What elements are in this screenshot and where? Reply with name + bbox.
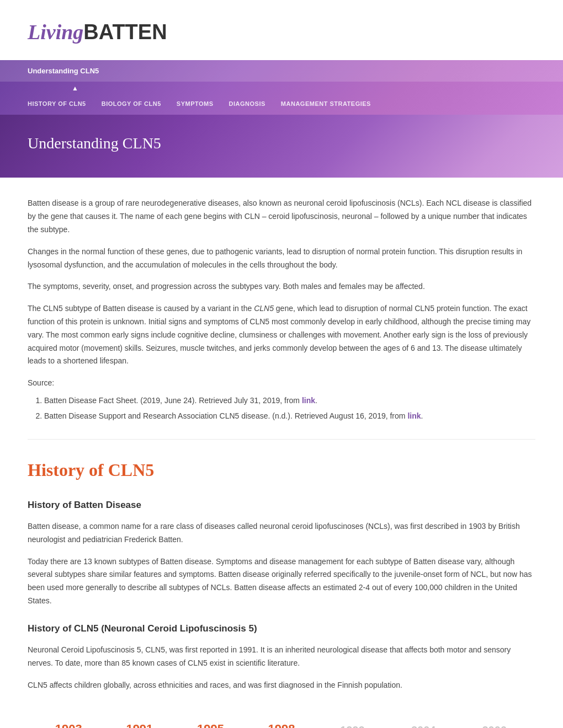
reference-1: Batten Disease Fact Sheet. (2019, June 2… [44, 394, 535, 406]
reference-2: Batten Disease Support and Research Asso… [44, 410, 535, 422]
intro-p4: The CLN5 subtype of Batten disease is ca… [28, 302, 535, 368]
logo: LivingBATTEN [28, 15, 535, 49]
nav-links: HISTORY OF CLN5 BIOLOGY OF CLN5 SYMPTOMS… [0, 94, 563, 115]
timeline: 1903 1991 1995 1998 1999 2004 2006 [28, 708, 535, 728]
nav-arrow [0, 82, 563, 94]
reference-2-link[interactable]: link [407, 411, 421, 420]
timeline-years: 1903 1991 1995 1998 1999 2004 2006 [28, 719, 535, 728]
year-2006: 2006 [459, 721, 530, 728]
history-sub2-p1: Neuronal Ceroid Lipofuscinosis 5, CLN5, … [28, 644, 535, 670]
history-sub2-title: History of CLN5 (Neuronal Ceroid Lipofus… [28, 621, 535, 636]
history-sub2-p2: CLN5 affects children globally, across e… [28, 679, 535, 692]
nav-history[interactable]: HISTORY OF CLN5 [28, 99, 86, 109]
year-1903: 1903 [33, 719, 104, 728]
source-label: Source: [28, 377, 535, 390]
nav-management[interactable]: MANAGEMENT STRATEGIES [281, 99, 371, 109]
year-1991: 1991 [104, 719, 176, 728]
logo-living: Living [28, 15, 83, 49]
header: LivingBATTEN [0, 0, 563, 60]
history-sub1-p1: Batten disease, a common name for a rare… [28, 520, 535, 547]
history-section-title: History of CLN5 [28, 456, 535, 484]
year-1999: 1999 [317, 721, 388, 728]
nav-biology[interactable]: BIOLOGY OF CLN5 [102, 99, 161, 109]
references-list: Batten Disease Fact Sheet. (2019, June 2… [44, 394, 535, 422]
history-sub1-p2: Today there are 13 known subtypes of Bat… [28, 555, 535, 608]
year-2004: 2004 [388, 721, 459, 728]
hero-section: Understanding CLN5 [0, 115, 563, 178]
intro-p2: Changes in the normal function of these … [28, 245, 535, 272]
nav-diagnosis[interactable]: DIAGNOSIS [229, 99, 265, 109]
section-divider [28, 439, 535, 440]
hero-title: Understanding CLN5 [28, 131, 535, 156]
nav-symptoms[interactable]: SYMPTOMS [177, 99, 214, 109]
main-content: Batten disease is a group of rare neurod… [0, 178, 563, 728]
intro-p1: Batten disease is a group of rare neurod… [28, 197, 535, 236]
top-nav: Understanding CLN5 HISTORY OF CLN5 BIOLO… [0, 60, 563, 115]
year-1995: 1995 [175, 719, 246, 728]
breadcrumb: Understanding CLN5 [0, 60, 563, 82]
history-sub1-title: History of Batten Disease [28, 497, 535, 512]
year-1998: 1998 [246, 719, 317, 728]
intro-p3: The symptoms, severity, onset, and progr… [28, 280, 535, 293]
logo-batten: BATTEN [83, 15, 167, 49]
reference-1-link[interactable]: link [302, 396, 315, 405]
